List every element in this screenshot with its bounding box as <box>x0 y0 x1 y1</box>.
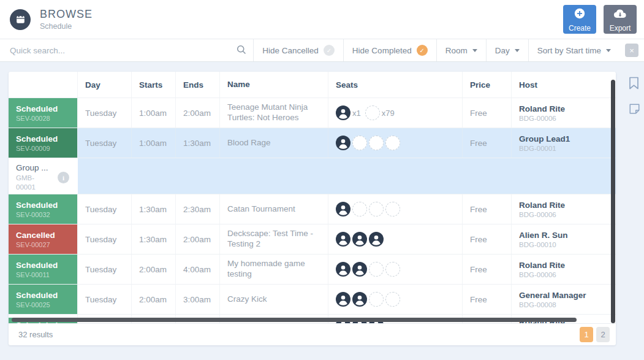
table-row[interactable]: CancelledSEV-00027Tuesday1:30am2:00amDec… <box>9 224 616 255</box>
seat-filled-count: x1 <box>352 109 361 118</box>
column-header-price: Price <box>463 72 512 98</box>
status-badge: ScheduledSEV-00028 <box>9 98 77 128</box>
column-header-seats: Seats <box>328 72 463 98</box>
search-input[interactable] <box>10 46 236 55</box>
table-row[interactable]: ScheduledSEV-00025Tuesday2:00am3:00amCra… <box>9 285 616 315</box>
seat-empty-icon <box>352 136 367 150</box>
note-icon[interactable] <box>629 103 640 117</box>
name-cell: Crazy Kick <box>220 285 328 314</box>
status-label: Scheduled <box>16 201 70 210</box>
seat-empty-count: x79 <box>382 109 395 118</box>
ends-cell: 2:30am <box>176 194 220 224</box>
ends-cell: 4:00am <box>176 255 220 284</box>
day-cell: Tuesday <box>78 128 132 158</box>
host-cell: Group Lead1BDG-00001 <box>512 128 616 158</box>
sort-label: Sort by Start time <box>537 46 601 55</box>
starts-cell: 1:30am <box>132 194 176 224</box>
sort-dropdown[interactable]: Sort by Start time <box>529 39 619 61</box>
table-footer: 32 results 12 <box>9 323 616 345</box>
status-cell: ScheduledSEV-00028 <box>9 98 78 128</box>
ends-cell: 2:00am <box>176 98 220 128</box>
table-row[interactable]: ScheduledSEV-00028Tuesday1:00am2:00amTee… <box>9 98 616 128</box>
host-name: Roland Rite <box>519 104 565 113</box>
name-cell: Teenage Mutant Ninja Turtles: Not Heroes <box>220 98 328 128</box>
side-toolbar <box>629 77 640 117</box>
host-cell: Roland RiteBDG-00006 <box>512 98 616 128</box>
seat-filled-icon <box>352 292 367 307</box>
chevron-down-icon <box>515 49 520 52</box>
host-cell: Roland RiteBDG-00006 <box>512 194 616 224</box>
bookmark-icon[interactable] <box>629 77 640 92</box>
status-code: SEV-00027 <box>16 241 70 248</box>
seat-filled-icon <box>336 105 350 120</box>
day-filter-dropdown[interactable]: Day <box>487 39 528 61</box>
create-button-label: Create <box>569 24 591 33</box>
starts-cell: 2:00am <box>132 255 176 284</box>
room-filter-dropdown[interactable]: Room <box>437 39 486 61</box>
name-cell: Deckscape: Test Time - Testing 2 <box>220 224 328 254</box>
create-button[interactable]: Create <box>563 5 596 34</box>
hide-cancelled-label: Hide Cancelled <box>262 46 319 55</box>
horizontal-scrollbar[interactable] <box>12 318 577 322</box>
table-row[interactable]: ScheduledSEV-00009Tuesday1:00am1:30amBlo… <box>9 128 616 158</box>
page-button-2[interactable]: 2 <box>596 327 610 342</box>
ends-cell: 2:00am <box>176 224 220 254</box>
seat-filled-icon <box>336 202 350 216</box>
table-row[interactable]: ScheduledSEV-00011Tuesday2:00am4:00amMy … <box>9 255 616 285</box>
name-cell: Blood Rage <box>220 128 328 158</box>
seat-filled-icon <box>336 292 350 307</box>
seat-filled-icon <box>336 232 350 247</box>
info-icon[interactable]: i <box>58 172 69 183</box>
host-cell: Roland RiteBDG-00006 <box>512 255 616 284</box>
check-circle-icon: ✓ <box>417 45 428 56</box>
day-filter-label: Day <box>495 46 510 55</box>
group-subrow[interactable]: Group ...GMB-00001i <box>9 158 616 194</box>
starts-cell: 1:00am <box>132 98 176 128</box>
starts-cell: 2:00am <box>132 285 176 314</box>
page-button-1[interactable]: 1 <box>580 327 593 342</box>
price-cell: Free <box>463 128 512 158</box>
status-badge: ScheduledSEV-00025 <box>9 285 77 314</box>
topbar-actions: Create Export <box>563 5 638 34</box>
column-header-host: Host <box>512 72 616 98</box>
seat-empty-icon <box>385 262 400 277</box>
seat-empty-icon <box>369 202 384 216</box>
seat-empty-icon <box>385 292 400 307</box>
group-label: Group ... <box>16 163 72 172</box>
ends-cell: 3:00am <box>176 285 220 314</box>
host-name: Alien R. Sun <box>519 231 568 240</box>
day-cell: Tuesday <box>78 98 132 128</box>
seats-cell: x1x79 <box>328 98 463 128</box>
seat-empty-icon <box>352 202 367 216</box>
status-badge: ScheduledSEV-00032 <box>9 194 77 224</box>
price-cell: Free <box>463 285 512 314</box>
table-body: ScheduledSEV-00028Tuesday1:00am2:00amTee… <box>9 98 616 323</box>
page-titles: BROWSE Schedule <box>40 8 93 31</box>
export-button[interactable]: Export <box>604 5 637 34</box>
status-badge: CancelledSEV-00027 <box>9 224 77 254</box>
search-wrap <box>0 39 253 61</box>
results-card: DayStartsEndsNameSeatsPriceHost Schedule… <box>9 72 616 345</box>
day-cell: Tuesday <box>78 194 132 224</box>
host-info: Roland RiteBDG-00006 <box>519 104 565 122</box>
column-header-status <box>9 72 78 98</box>
status-code: SEV-00025 <box>16 301 70 308</box>
seats-cell <box>328 128 463 158</box>
host-name: Group Lead1 <box>519 134 570 144</box>
status-cell: ScheduledSEV-00025 <box>9 285 78 314</box>
ends-cell: 1:30am <box>176 128 220 158</box>
table-row[interactable]: ScheduledSEV-00032Tuesday1:30am2:30amCat… <box>9 194 616 224</box>
filter-bar: Hide Cancelled ✓ Hide Completed ✓ Room D… <box>0 39 644 62</box>
schedule-calendar-icon <box>10 9 31 30</box>
starts-cell: 1:30am <box>132 224 176 254</box>
status-cell: ScheduledSEV-00032 <box>9 194 78 224</box>
status-code: SEV-00032 <box>16 211 70 218</box>
clear-filters-button[interactable]: × <box>625 44 638 57</box>
vertical-scrollbar[interactable] <box>611 80 615 323</box>
hide-completed-toggle[interactable]: Hide Completed ✓ <box>344 39 436 61</box>
search-icon <box>236 44 247 57</box>
host-info: General ManagerBDG-00008 <box>519 291 586 308</box>
host-name: General Manager <box>519 291 586 300</box>
seats-cell <box>328 224 463 254</box>
hide-cancelled-toggle[interactable]: Hide Cancelled ✓ <box>254 39 343 61</box>
